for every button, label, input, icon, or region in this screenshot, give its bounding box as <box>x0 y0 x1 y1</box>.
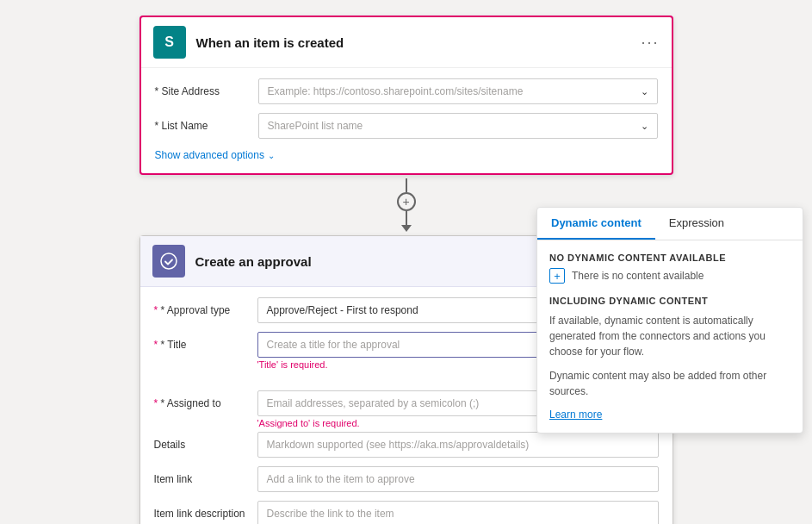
item-link-desc-placeholder: Describe the link to the item <box>267 508 394 520</box>
no-content-row: + There is no content available <box>549 268 790 284</box>
svg-point-0 <box>161 253 177 269</box>
add-step-button[interactable]: + <box>397 192 416 211</box>
including-desc: If available, dynamic content is automat… <box>549 313 790 359</box>
connector-line-top <box>406 178 407 192</box>
details-label: Details <box>154 439 249 451</box>
main-container: S When an item is created ··· * Site Add… <box>0 0 812 524</box>
no-content-header: NO DYNAMIC CONTENT AVAILABLE <box>549 253 790 263</box>
tab-expression[interactable]: Expression <box>655 208 738 240</box>
trigger-card-body: * Site Address Example: https://contoso.… <box>141 68 672 173</box>
assigned-to-placeholder: Email addresses, separated by a semicolo… <box>267 397 480 409</box>
approval-type-value: Approve/Reject - First to respond <box>267 304 418 316</box>
tab-dynamic-content[interactable]: Dynamic content <box>537 208 655 240</box>
assigned-to-label: * * Assigned to <box>154 390 249 409</box>
dynamic-panel-body: NO DYNAMIC CONTENT AVAILABLE + There is … <box>537 240 803 433</box>
dynamic-content-panel: Dynamic content Expression NO DYNAMIC CO… <box>536 207 803 434</box>
trigger-card-header: S When an item is created ··· <box>141 17 672 68</box>
title-label: * * Title <box>154 332 249 351</box>
item-link-desc-label: Item link description <box>154 508 249 520</box>
connector-arrow-icon <box>401 225 412 232</box>
item-link-input[interactable]: Add a link to the item to approve <box>257 466 659 492</box>
site-address-row: * Site Address Example: https://contoso.… <box>155 78 658 104</box>
details-input[interactable]: Markdown supported (see https://aka.ms/a… <box>257 432 659 458</box>
details-placeholder: Markdown supported (see https://aka.ms/a… <box>267 439 530 451</box>
trigger-show-advanced[interactable]: Show advanced options ⌄ <box>155 147 658 163</box>
no-content-text: There is no content available <box>572 270 704 282</box>
trigger-more-button[interactable]: ··· <box>641 34 659 52</box>
action-title: Create an approval <box>195 254 596 269</box>
plus-box-icon: + <box>549 268 565 284</box>
item-link-label: Item link <box>154 473 249 485</box>
site-address-placeholder: Example: https://contoso.sharepoint.com/… <box>268 85 524 97</box>
title-placeholder: Create a title for the approval <box>267 339 400 351</box>
site-address-dropdown[interactable]: Example: https://contoso.sharepoint.com/… <box>258 78 658 104</box>
sharepoint-icon: S <box>153 26 186 59</box>
item-link-desc-input[interactable]: Describe the link to the item <box>257 501 659 524</box>
list-name-dropdown[interactable]: SharePoint list name ⌄ <box>258 113 658 139</box>
list-name-label: * List Name <box>155 120 250 132</box>
trigger-title: When an item is created <box>196 35 631 50</box>
approval-type-label: * * Approval type <box>154 304 249 316</box>
details-row: Details Markdown supported (see https://… <box>154 432 659 458</box>
chevron-down-icon: ⌄ <box>268 151 275 160</box>
item-link-placeholder: Add a link to the item to approve <box>267 473 415 485</box>
list-name-arrow-icon: ⌄ <box>641 121 648 132</box>
list-name-row: * List Name SharePoint list name ⌄ <box>155 113 658 139</box>
learn-more-link[interactable]: Learn more <box>549 409 602 421</box>
dynamic-panel-tabs: Dynamic content Expression <box>537 208 803 240</box>
flow-connector: + <box>397 178 416 232</box>
connector-line-bottom <box>406 211 407 225</box>
site-address-label: * Site Address <box>155 85 250 97</box>
trigger-card: S When an item is created ··· * Site Add… <box>139 16 673 175</box>
including-header: INCLUDING DYNAMIC CONTENT <box>549 296 790 306</box>
item-link-row: Item link Add a link to the item to appr… <box>154 466 659 492</box>
approval-icon <box>152 245 185 278</box>
extra-desc: Dynamic content may also be added from o… <box>549 368 790 399</box>
site-address-arrow-icon: ⌄ <box>641 86 648 97</box>
list-name-placeholder: SharePoint list name <box>268 120 363 132</box>
item-link-desc-row: Item link description Describe the link … <box>154 501 659 524</box>
